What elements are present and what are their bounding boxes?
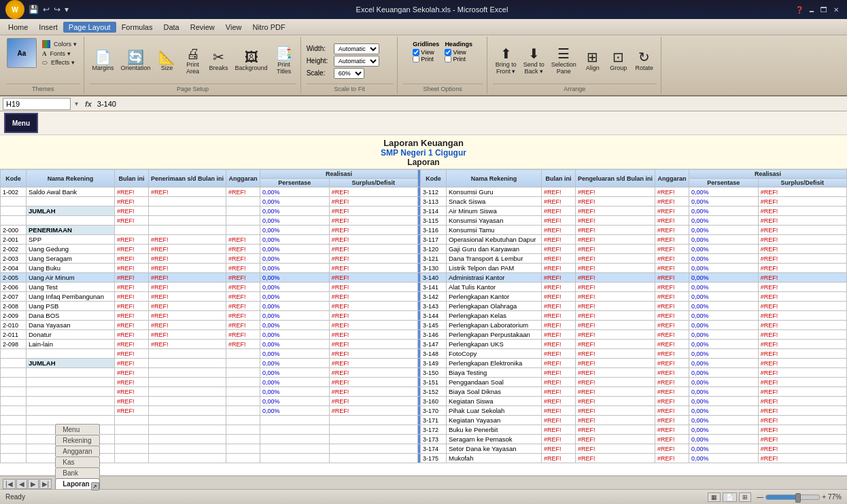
bring-to-front-btn[interactable]: ⬆ Bring toFront ▾ <box>493 46 519 76</box>
table-row: #REF! <box>149 254 226 264</box>
sheet-tab-kas[interactable]: Kas <box>55 456 99 467</box>
page-break-view-btn[interactable]: ⊞ <box>739 492 751 502</box>
headings-view-check[interactable] <box>445 49 451 56</box>
table-row: #REF! <box>758 187 846 197</box>
zoom-slider[interactable] <box>765 494 820 500</box>
tab-first-btn[interactable]: |◀ <box>3 479 16 489</box>
selection-pane-icon: ☰ <box>557 47 570 60</box>
size-btn[interactable]: 📐 Size <box>155 49 179 73</box>
margins-btn[interactable]: 📄 Margins <box>90 49 117 73</box>
table-row: #REF! <box>575 187 655 197</box>
group-btn[interactable]: ⊡ Group <box>606 49 631 73</box>
table-row <box>115 416 149 425</box>
table-row: #REF! <box>541 206 575 216</box>
fonts-btn[interactable]: AFonts ▾ <box>39 50 80 58</box>
table-row: #REF! <box>541 368 575 378</box>
tab-prev-btn[interactable]: ◀ <box>16 479 27 489</box>
redo-qa-btn[interactable]: ↪ <box>52 5 62 14</box>
table-row: 0,00% <box>689 235 759 245</box>
menu-data[interactable]: Data <box>158 22 184 33</box>
themes-large-btn[interactable]: Aa <box>7 38 37 68</box>
breaks-btn[interactable]: ✂ Breaks <box>207 49 231 73</box>
background-btn[interactable]: 🖼 Background <box>232 49 271 73</box>
table-row <box>149 368 226 378</box>
menu-button[interactable]: Menu <box>4 113 38 133</box>
normal-view-btn[interactable]: ▦ <box>708 492 721 502</box>
gridlines-view-check[interactable] <box>413 49 419 56</box>
table-row: #REF! <box>115 254 149 264</box>
save-qa-btn[interactable]: 💾 <box>27 5 40 14</box>
expand-btn[interactable]: ▾ <box>73 100 80 107</box>
zoom-slider-thumb[interactable] <box>795 493 801 503</box>
effects-btn[interactable]: ⬭Effects ▾ <box>39 58 80 67</box>
close-btn[interactable]: ✕ <box>831 5 842 14</box>
table-row: Dana Transport & Lembur <box>446 254 541 264</box>
table-row <box>1 454 27 463</box>
th-bulan-right: Bulan ini <box>541 170 575 187</box>
table-row: 3-113 <box>420 197 446 206</box>
selection-pane-btn[interactable]: ☰ SelectionPane <box>549 46 579 76</box>
table-row: Operasional Kebutuhan Dapur <box>446 235 541 245</box>
table-row <box>115 226 149 235</box>
formula-input[interactable] <box>97 100 844 108</box>
table-row: 0,00% <box>689 406 759 416</box>
office-button[interactable]: W <box>5 0 24 19</box>
headings-view: View <box>445 49 472 56</box>
table-row: #REF! <box>115 321 149 330</box>
sheet-tab-bank[interactable]: Bank <box>55 467 99 478</box>
menu-formulas[interactable]: Formulas <box>116 22 158 33</box>
table-row <box>115 454 149 463</box>
table-row: #REF! <box>575 302 655 311</box>
print-titles-btn[interactable]: 📑 PrintTitles <box>272 46 296 76</box>
table-row: 0,00% <box>260 378 330 387</box>
print-area-btn[interactable]: 🖨 PrintArea <box>181 46 205 76</box>
gridlines-print-check[interactable] <box>413 56 419 62</box>
menu-insert[interactable]: Insert <box>33 22 63 33</box>
table-row: 0,00% <box>260 302 330 311</box>
undo-qa-btn[interactable]: ↩ <box>41 5 51 14</box>
table-row <box>1 378 27 387</box>
zoom-out-btn[interactable]: — <box>757 493 763 501</box>
headings-print-check[interactable] <box>445 56 451 62</box>
menu-home[interactable]: Home <box>3 22 33 33</box>
table-row: #REF! <box>541 292 575 302</box>
table-row: 3-175 <box>420 454 446 463</box>
orientation-btn[interactable]: 🔄 Orientation <box>118 49 154 73</box>
name-box[interactable] <box>3 98 71 110</box>
table-row: #REF! <box>655 330 689 340</box>
rotate-btn[interactable]: ↻ Rotate <box>632 49 657 73</box>
table-row: Snack Siswa <box>446 197 541 206</box>
menu-nitro[interactable]: Nitro PDF <box>247 22 290 33</box>
table-row: #REF! <box>329 378 417 387</box>
table-row: Saldo Awal Bank <box>27 187 115 197</box>
table-row <box>1 368 27 378</box>
table-row: #REF! <box>655 349 689 359</box>
table-row: 0,00% <box>260 397 330 406</box>
minimize-btn[interactable]: 🗕 <box>806 5 817 14</box>
maximize-btn[interactable]: 🗖 <box>818 5 829 14</box>
menu-page-layout[interactable]: Page Layout <box>63 22 116 33</box>
tab-next-btn[interactable]: ▶ <box>28 479 39 489</box>
help-btn[interactable]: ❓ <box>794 5 805 14</box>
menu-review[interactable]: Review <box>185 22 220 33</box>
tab-last-btn[interactable]: ▶| <box>39 479 52 489</box>
table-row: #REF! <box>329 349 417 359</box>
colors-btn[interactable]: Colors ▾ <box>39 39 80 49</box>
align-btn[interactable]: ⊞ Align <box>581 49 605 73</box>
menu-view[interactable]: View <box>220 22 247 33</box>
zoom-in-btn[interactable]: + <box>822 493 826 501</box>
sheet-tab-rekening[interactable]: Rekening <box>55 435 99 446</box>
page-layout-view-btn[interactable]: 📄 <box>723 492 737 502</box>
table-row: 3-149 <box>420 359 446 368</box>
height-select[interactable]: Automatic <box>334 56 379 67</box>
send-to-back-btn[interactable]: ⬇ Send toBack ▾ <box>521 46 547 76</box>
dropdown-qa-btn[interactable]: ▾ <box>63 5 70 14</box>
table-row <box>226 435 260 444</box>
table-container[interactable]: Kode Nama Rekening Bulan ini Penerimaan … <box>0 169 847 475</box>
sheet-tab-anggaran[interactable]: Anggaran <box>55 446 99 456</box>
width-select[interactable]: Automatic <box>334 43 379 54</box>
scale-select[interactable]: 60% <box>334 68 364 79</box>
table-row: #REF! <box>149 187 226 197</box>
sheet-tab-menu[interactable]: Menu <box>55 424 99 435</box>
table-row: Penggandaan Soal <box>446 378 541 387</box>
